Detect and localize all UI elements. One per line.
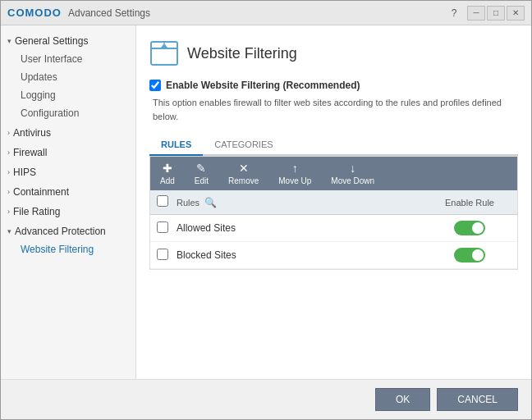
close-button[interactable]: ✕ [507, 6, 525, 21]
row1-name: Allowed Sites [177, 222, 422, 234]
move-up-label: Move Up [278, 176, 311, 185]
sidebar-item-website-filtering[interactable]: Website Filtering [1, 240, 135, 258]
add-label: Add [160, 176, 175, 185]
search-icon[interactable]: 🔍 [204, 197, 217, 208]
sidebar-group-general-label: General Settings [15, 35, 88, 47]
description-text: This option enables firewall to filter w… [153, 96, 518, 123]
sidebar-item-configuration[interactable]: Configuration [1, 104, 135, 122]
rules-column-header: Rules 🔍 [177, 197, 422, 208]
content-area: Website Filtering Enable Website Filteri… [136, 25, 531, 379]
add-icon: ✚ [163, 162, 172, 175]
row2-checkbox-cell [157, 249, 170, 262]
sidebar-group-general: ▾ General Settings User Interface Update… [1, 32, 135, 122]
remove-icon: ✕ [239, 162, 249, 175]
sidebar-item-user-interface[interactable]: User Interface [1, 50, 135, 68]
table-header: Rules 🔍 Enable Rule [150, 190, 517, 215]
sidebar-group-general-header[interactable]: ▾ General Settings [1, 32, 135, 50]
footer: OK CANCEL [1, 379, 531, 419]
sidebar-group-firewall-label: Firewall [13, 147, 47, 158]
row1-checkbox[interactable] [157, 221, 168, 233]
header-checkbox-cell [157, 195, 170, 209]
cancel-button[interactable]: CANCEL [437, 388, 518, 411]
sidebar-group-firewall: › Firewall [1, 144, 135, 162]
page-title: Website Filtering [187, 45, 297, 62]
add-button[interactable]: ✚ Add [157, 160, 178, 187]
table-container: ✚ Add ✎ Edit ✕ Remove ↑ Move Up [149, 156, 518, 270]
sidebar-group-containment-header[interactable]: › Containment [1, 183, 135, 201]
sidebar-group-hips-label: HIPS [13, 167, 36, 178]
table-row: Blocked Sites [150, 242, 517, 269]
content-header: Website Filtering [149, 39, 518, 68]
sidebar-group-hips-header[interactable]: › HIPS [1, 163, 135, 181]
maximize-button[interactable]: □ [487, 6, 505, 21]
edit-button[interactable]: ✎ Edit [191, 160, 212, 187]
table-row: Allowed Sites [150, 215, 517, 242]
website-filtering-icon [149, 39, 179, 68]
chevron-right-icon: › [7, 168, 10, 176]
sidebar-group-containment-label: Containment [13, 186, 69, 198]
table-toolbar: ✚ Add ✎ Edit ✕ Remove ↑ Move Up [150, 157, 517, 190]
help-button[interactable]: ? [447, 7, 461, 20]
main-window: COMODO Advanced Settings ? ─ □ ✕ ▾ Gener… [0, 0, 532, 420]
enable-checkbox-label: Enable Website Filtering (Recommended) [166, 80, 360, 91]
sidebar-group-file-rating-label: File Rating [13, 206, 60, 217]
sidebar: ▾ General Settings User Interface Update… [1, 25, 136, 379]
sidebar-group-advanced-protection: ▾ Advanced Protection Website Filtering [1, 222, 135, 258]
ok-button[interactable]: OK [375, 388, 430, 411]
main-content: ▾ General Settings User Interface Update… [1, 25, 531, 379]
edit-label: Edit [195, 176, 209, 185]
sidebar-group-antivirus-header[interactable]: › Antivirus [1, 124, 135, 142]
remove-label: Remove [228, 176, 259, 185]
chevron-right-icon: › [7, 148, 10, 157]
sidebar-group-file-rating: › File Rating [1, 203, 135, 221]
sidebar-item-logging[interactable]: Logging [1, 86, 135, 104]
minimize-button[interactable]: ─ [467, 6, 485, 21]
chevron-down-icon: ▾ [7, 37, 11, 45]
enable-rule-column-header: Enable Rule [429, 198, 511, 208]
sidebar-group-advanced-protection-header[interactable]: ▾ Advanced Protection [1, 222, 135, 240]
remove-button[interactable]: ✕ Remove [225, 160, 262, 187]
row2-checkbox[interactable] [157, 249, 168, 260]
select-all-checkbox[interactable] [157, 195, 168, 207]
row2-toggle-cell [429, 248, 511, 262]
enable-checkbox[interactable] [149, 80, 161, 91]
move-up-button[interactable]: ↑ Move Up [275, 160, 314, 187]
chevron-right-icon: › [7, 188, 10, 196]
row1-checkbox-cell [157, 221, 170, 235]
row1-toggle-cell [429, 221, 511, 235]
edit-icon: ✎ [196, 162, 206, 175]
allowed-sites-toggle[interactable] [454, 221, 485, 235]
app-logo: COMODO [7, 7, 62, 19]
sidebar-group-antivirus: › Antivirus [1, 124, 135, 142]
sidebar-group-firewall-header[interactable]: › Firewall [1, 144, 135, 162]
move-down-label: Move Down [331, 176, 374, 185]
sidebar-group-antivirus-label: Antivirus [13, 127, 51, 139]
enable-checkbox-row: Enable Website Filtering (Recommended) [149, 80, 518, 91]
move-up-icon: ↑ [292, 162, 298, 175]
blocked-sites-toggle[interactable] [454, 248, 485, 262]
sidebar-group-file-rating-header[interactable]: › File Rating [1, 203, 135, 221]
rules-header-label: Rules [177, 198, 200, 208]
sidebar-group-containment: › Containment [1, 183, 135, 201]
tab-categories[interactable]: CATEGORIES [203, 135, 284, 156]
move-down-button[interactable]: ↓ Move Down [328, 160, 378, 187]
tab-rules[interactable]: RULES [149, 135, 203, 156]
tabs-row: RULES CATEGORIES [149, 135, 518, 156]
chevron-down-icon: ▾ [7, 227, 11, 235]
move-down-icon: ↓ [350, 162, 355, 175]
sidebar-group-hips: › HIPS [1, 163, 135, 181]
chevron-right-icon: › [7, 129, 10, 137]
sidebar-item-updates[interactable]: Updates [1, 68, 135, 86]
sidebar-group-advanced-protection-label: Advanced Protection [15, 226, 106, 237]
window-title: Advanced Settings [68, 7, 441, 19]
row2-name: Blocked Sites [177, 249, 422, 261]
svg-marker-2 [161, 43, 167, 48]
titlebar: COMODO Advanced Settings ? ─ □ ✕ [1, 1, 531, 25]
window-controls: ─ □ ✕ [467, 6, 525, 21]
chevron-right-icon: › [7, 208, 10, 216]
